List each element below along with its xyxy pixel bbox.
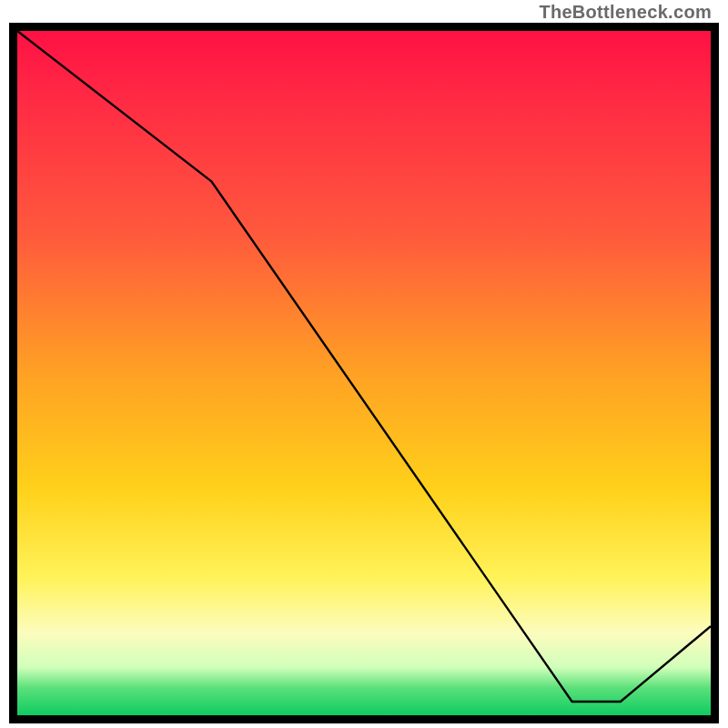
chart-root: { "watermark": "TheBottleneck.com", "cha… — [0, 0, 728, 728]
plot-area — [9, 23, 719, 723]
series-path — [17, 31, 711, 702]
watermark-text: TheBottleneck.com — [539, 2, 712, 23]
series-line-layer — [17, 31, 711, 715]
